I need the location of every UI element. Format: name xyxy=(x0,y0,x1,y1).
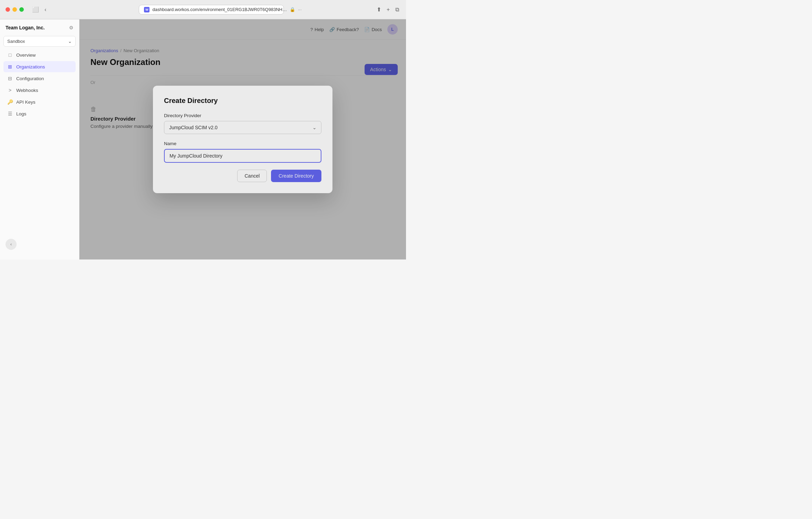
cancel-button[interactable]: Cancel xyxy=(237,170,267,182)
overview-icon: □ xyxy=(7,52,13,58)
api-keys-icon: 🔑 xyxy=(7,99,13,105)
sidebar-footer: ‹ xyxy=(0,235,79,254)
directory-provider-group: Directory Provider JumpCloud SCIM v2.0 O… xyxy=(164,113,321,134)
sidebar-item-label: Overview xyxy=(16,53,36,58)
more-icon[interactable]: ··· xyxy=(298,7,302,12)
new-tab-button[interactable]: + xyxy=(385,5,391,14)
sidebar-header: Team Logan, Inc. ⚙ xyxy=(0,25,79,36)
logs-icon: ☰ xyxy=(7,111,13,116)
app-container: Team Logan, Inc. ⚙ Sandbox ⌄ □ Overview … xyxy=(0,19,406,260)
env-selector[interactable]: Sandbox ⌄ xyxy=(3,36,76,47)
close-button[interactable] xyxy=(6,7,10,12)
sidebar-nav: □ Overview ⊞ Organizations ⊟ Configurati… xyxy=(0,49,79,120)
sidebar-item-label: Webhooks xyxy=(16,88,38,93)
sidebar-item-label: Logs xyxy=(16,111,26,116)
sidebar-item-api-keys[interactable]: 🔑 API Keys xyxy=(3,96,76,107)
back-button[interactable]: ‹ xyxy=(43,5,48,14)
create-directory-modal: Create Directory Directory Provider Jump… xyxy=(153,86,332,193)
sidebar-item-label: Configuration xyxy=(16,76,44,81)
name-group: Name xyxy=(164,141,321,163)
lock-icon: 🔒 xyxy=(290,7,295,12)
create-directory-button[interactable]: Create Directory xyxy=(271,170,321,182)
sidebar: Team Logan, Inc. ⚙ Sandbox ⌄ □ Overview … xyxy=(0,19,79,260)
minimize-button[interactable] xyxy=(12,7,17,12)
name-label: Name xyxy=(164,141,321,146)
maximize-button[interactable] xyxy=(19,7,24,12)
webhooks-icon: > xyxy=(7,87,13,93)
sidebar-env: Sandbox ⌄ xyxy=(0,36,79,49)
sidebar-item-label: Organizations xyxy=(16,64,45,69)
main-content: ? Help 🔗 Feedback? 📄 Docs L Organization… xyxy=(79,19,406,260)
sidebar-item-logs[interactable]: ☰ Logs xyxy=(3,108,76,119)
collapse-sidebar-button[interactable]: ‹ xyxy=(6,239,17,250)
modal-overlay[interactable]: Create Directory Directory Provider Jump… xyxy=(79,19,406,260)
organizations-icon: ⊞ xyxy=(7,64,13,69)
url-text: dashboard.workos.com/environment_01ERG1B… xyxy=(152,7,287,12)
directory-provider-select-wrapper: JumpCloud SCIM v2.0 Okta SCIM v2.0 Azure… xyxy=(164,121,321,134)
url-bar[interactable]: W dashboard.workos.com/environment_01ERG… xyxy=(139,5,284,15)
browser-right-controls: ⬆ + ⧉ xyxy=(375,5,400,14)
address-bar: W dashboard.workos.com/environment_01ERG… xyxy=(52,5,371,15)
env-label: Sandbox xyxy=(7,39,25,44)
browser-controls: ⬜ ‹ xyxy=(31,5,48,14)
sidebar-toggle-button[interactable]: ⬜ xyxy=(31,5,40,14)
sidebar-item-label: API Keys xyxy=(16,100,36,105)
env-chevron-icon: ⌄ xyxy=(68,39,72,44)
sidebar-item-organizations[interactable]: ⊞ Organizations xyxy=(3,61,76,72)
org-name: Team Logan, Inc. xyxy=(6,25,45,30)
modal-actions: Cancel Create Directory xyxy=(164,170,321,182)
browser-chrome: ⬜ ‹ W dashboard.workos.com/environment_0… xyxy=(0,0,406,19)
sidebar-item-webhooks[interactable]: > Webhooks xyxy=(3,85,76,96)
configuration-icon: ⊟ xyxy=(7,76,13,81)
sidebar-item-overview[interactable]: □ Overview xyxy=(3,49,76,60)
sidebar-item-configuration[interactable]: ⊟ Configuration xyxy=(3,73,76,84)
tab-overview-button[interactable]: ⧉ xyxy=(394,5,400,14)
directory-provider-label: Directory Provider xyxy=(164,113,321,118)
share-button[interactable]: ⬆ xyxy=(375,5,383,14)
modal-title: Create Directory xyxy=(164,97,321,105)
settings-icon[interactable]: ⚙ xyxy=(69,25,74,30)
name-input[interactable] xyxy=(164,149,321,163)
favicon-icon: W xyxy=(144,7,149,12)
directory-provider-select[interactable]: JumpCloud SCIM v2.0 Okta SCIM v2.0 Azure… xyxy=(164,121,321,134)
traffic-lights xyxy=(6,7,24,12)
